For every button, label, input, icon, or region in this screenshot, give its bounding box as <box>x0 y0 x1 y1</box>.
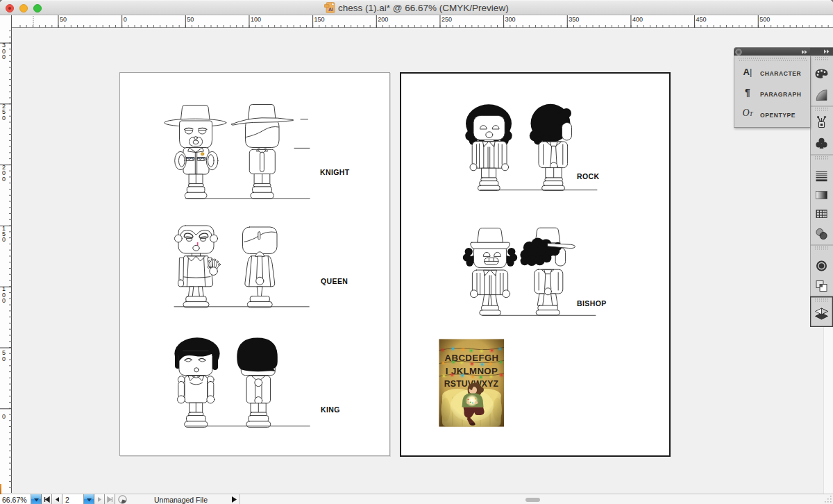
svg-text:250: 250 <box>441 16 452 23</box>
svg-text:0: 0 <box>124 16 127 23</box>
svg-text:400: 400 <box>632 16 643 23</box>
svg-text:50: 50 <box>60 16 67 23</box>
svg-text:0: 0 <box>2 176 6 183</box>
svg-text:500: 500 <box>759 16 770 23</box>
svg-text:450: 450 <box>696 16 707 23</box>
svg-text:0: 0 <box>2 115 6 121</box>
svg-text:200: 200 <box>378 16 388 23</box>
svg-text:0: 0 <box>2 236 6 243</box>
svg-text:50: 50 <box>187 16 194 23</box>
svg-text:0: 0 <box>2 297 6 304</box>
svg-text:0: 0 <box>2 53 6 60</box>
svg-text:0: 0 <box>2 355 6 362</box>
svg-text:300: 300 <box>505 16 516 23</box>
svg-text:Ai: Ai <box>328 7 333 12</box>
svg-text:100: 100 <box>251 16 261 23</box>
svg-text:150: 150 <box>314 16 325 23</box>
svg-text:350: 350 <box>569 16 579 23</box>
svg-text:0: 0 <box>2 413 6 420</box>
